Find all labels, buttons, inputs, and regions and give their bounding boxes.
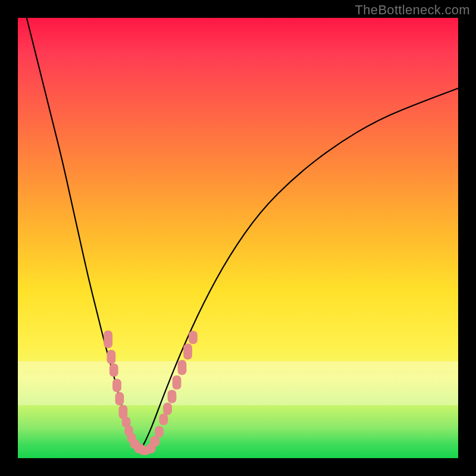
data-marker — [173, 375, 181, 390]
marker-group — [104, 330, 198, 455]
data-marker — [183, 344, 192, 360]
chart-frame: TheBottleneck.com — [0, 0, 476, 476]
data-marker — [112, 379, 121, 392]
data-marker — [155, 426, 164, 437]
plot-area — [18, 18, 458, 458]
data-marker — [189, 331, 198, 344]
data-marker — [107, 350, 116, 364]
data-marker — [115, 392, 124, 405]
curve-layer — [18, 18, 458, 458]
data-marker — [104, 330, 112, 348]
data-marker — [168, 390, 177, 403]
data-marker — [159, 414, 168, 425]
watermark-text: TheBottleneck.com — [355, 2, 470, 18]
data-marker — [150, 436, 159, 447]
data-marker — [109, 364, 118, 377]
v-curve-left — [27, 18, 141, 449]
data-marker — [163, 403, 172, 415]
v-curve-right — [141, 88, 458, 449]
data-marker — [178, 360, 187, 375]
